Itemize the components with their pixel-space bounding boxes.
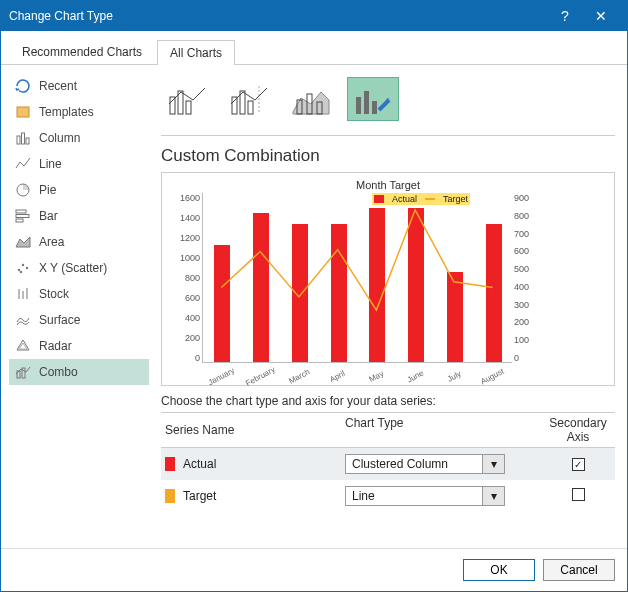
main-panel: Custom Combination Month Target Actual T… bbox=[153, 65, 627, 548]
area-icon bbox=[15, 234, 31, 250]
svg-rect-1 bbox=[17, 136, 20, 144]
combo-icon bbox=[15, 364, 31, 380]
sidebar-item-surface[interactable]: Surface bbox=[9, 307, 149, 333]
svg-rect-2 bbox=[22, 133, 25, 144]
chart-category-sidebar: Recent Templates Column Line Pie Bar Are… bbox=[1, 65, 153, 548]
sidebar-item-bar[interactable]: Bar bbox=[9, 203, 149, 229]
combo-subtype-row bbox=[161, 73, 615, 136]
sidebar-item-pie[interactable]: Pie bbox=[9, 177, 149, 203]
sidebar-item-stock[interactable]: Stock bbox=[9, 281, 149, 307]
sidebar-item-line[interactable]: Line bbox=[9, 151, 149, 177]
series-table-header: Series Name Chart Type Secondary Axis bbox=[161, 412, 615, 448]
svg-rect-22 bbox=[232, 97, 237, 114]
svg-rect-7 bbox=[16, 219, 23, 222]
svg-point-9 bbox=[22, 264, 24, 266]
svg-rect-30 bbox=[364, 91, 369, 114]
secondary-axis-checkbox[interactable] bbox=[572, 488, 585, 501]
chart-preview-title: Month Target bbox=[170, 179, 606, 191]
subtype-stacked-area-column[interactable] bbox=[285, 77, 337, 121]
close-icon[interactable]: ✕ bbox=[583, 8, 619, 24]
sidebar-item-recent[interactable]: Recent bbox=[9, 73, 149, 99]
titlebar: Change Chart Type ? ✕ bbox=[1, 1, 627, 31]
series-row-actual: ActualClustered Column▾✓ bbox=[161, 448, 615, 480]
subtype-clustered-column-line[interactable] bbox=[161, 77, 213, 121]
chart-preview: Month Target Actual Target 1600140012001… bbox=[161, 172, 615, 386]
sidebar-item-templates[interactable]: Templates bbox=[9, 99, 149, 125]
sidebar-item-column[interactable]: Column bbox=[9, 125, 149, 151]
series-name-label: Target bbox=[183, 489, 216, 503]
svg-rect-31 bbox=[372, 101, 377, 114]
section-title: Custom Combination bbox=[161, 146, 615, 166]
svg-rect-0 bbox=[17, 107, 29, 117]
svg-rect-19 bbox=[170, 97, 175, 114]
scatter-icon bbox=[15, 260, 31, 276]
secondary-axis-checkbox[interactable]: ✓ bbox=[572, 458, 585, 471]
series-swatch bbox=[165, 457, 175, 471]
sidebar-item-radar[interactable]: Radar bbox=[9, 333, 149, 359]
series-name-label: Actual bbox=[183, 457, 216, 471]
templates-icon bbox=[15, 104, 31, 120]
svg-point-8 bbox=[18, 269, 20, 271]
subtype-clustered-column-line-secondary[interactable] bbox=[223, 77, 275, 121]
svg-rect-29 bbox=[356, 97, 361, 114]
svg-rect-24 bbox=[248, 101, 253, 114]
help-icon[interactable]: ? bbox=[547, 8, 583, 24]
tab-strip: Recommended Charts All Charts bbox=[1, 31, 627, 65]
series-config-prompt: Choose the chart type and axis for your … bbox=[161, 394, 615, 408]
y-axis-primary: 16001400120010008006004002000 bbox=[172, 193, 200, 363]
chart-type-select[interactable]: Clustered Column▾ bbox=[345, 454, 505, 474]
svg-rect-21 bbox=[186, 101, 191, 114]
pie-icon bbox=[15, 182, 31, 198]
x-axis-labels: JanuaryFebruaryMarchAprilMayJuneJulyAugu… bbox=[202, 372, 512, 381]
surface-icon bbox=[15, 312, 31, 328]
y-axis-secondary: 9008007006005004003002001000 bbox=[514, 193, 542, 363]
dialog-footer: OK Cancel bbox=[1, 548, 627, 591]
svg-rect-3 bbox=[26, 138, 29, 144]
svg-rect-6 bbox=[16, 215, 29, 218]
chevron-down-icon: ▾ bbox=[482, 487, 504, 505]
ok-button[interactable]: OK bbox=[463, 559, 535, 581]
radar-icon bbox=[15, 338, 31, 354]
series-row-target: TargetLine▾ bbox=[161, 480, 615, 512]
column-icon bbox=[15, 130, 31, 146]
series-swatch bbox=[165, 489, 175, 503]
bar-icon bbox=[15, 208, 31, 224]
recent-icon bbox=[15, 78, 31, 94]
chevron-down-icon: ▾ bbox=[482, 455, 504, 473]
subtype-custom-combination[interactable] bbox=[347, 77, 399, 121]
tab-recommended[interactable]: Recommended Charts bbox=[9, 39, 155, 64]
line-series bbox=[202, 193, 512, 363]
chart-plot-area: 16001400120010008006004002000 9008007006… bbox=[202, 193, 512, 363]
dialog-title: Change Chart Type bbox=[9, 9, 547, 23]
sidebar-item-scatter[interactable]: X Y (Scatter) bbox=[9, 255, 149, 281]
cancel-button[interactable]: Cancel bbox=[543, 559, 615, 581]
sidebar-item-combo[interactable]: Combo bbox=[9, 359, 149, 385]
sidebar-item-area[interactable]: Area bbox=[9, 229, 149, 255]
svg-point-11 bbox=[20, 271, 22, 273]
stock-icon bbox=[15, 286, 31, 302]
svg-rect-5 bbox=[16, 210, 26, 213]
tab-all-charts[interactable]: All Charts bbox=[157, 40, 235, 65]
svg-point-10 bbox=[26, 267, 28, 269]
chart-type-select[interactable]: Line▾ bbox=[345, 486, 505, 506]
change-chart-type-dialog: Change Chart Type ? ✕ Recommended Charts… bbox=[0, 0, 628, 592]
line-icon bbox=[15, 156, 31, 172]
